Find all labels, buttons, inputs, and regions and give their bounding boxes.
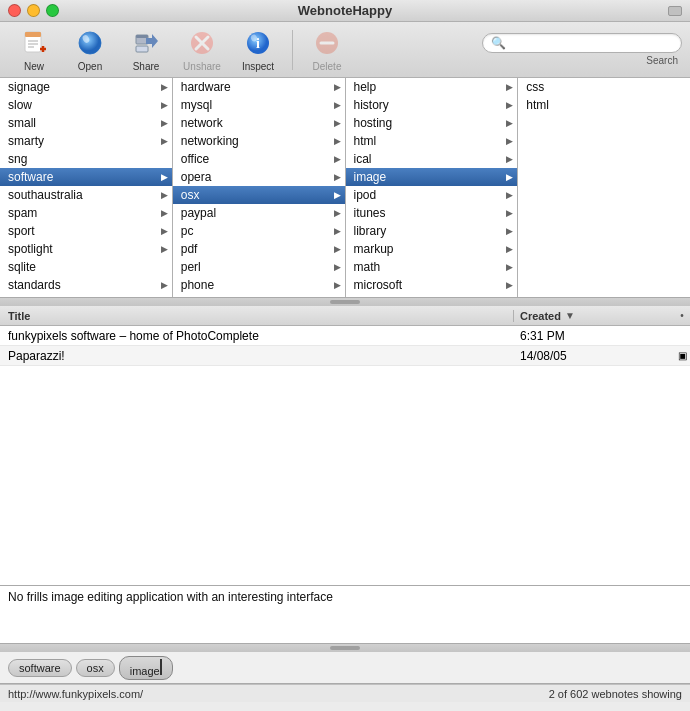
- arrow-icon: ▶: [506, 244, 513, 254]
- browser-item[interactable]: markup▶: [346, 240, 518, 258]
- search-area: 🔍 Search: [482, 33, 682, 66]
- browser-item-label: opera: [181, 170, 212, 184]
- browser-item[interactable]: photography▶: [173, 294, 345, 297]
- browser-item[interactable]: standards▶: [0, 276, 172, 294]
- maximize-button[interactable]: [46, 4, 59, 17]
- browser-item-label: pc: [181, 224, 194, 238]
- delete-label: Delete: [313, 61, 342, 72]
- browser-item[interactable]: small▶: [0, 114, 172, 132]
- browser-item-label: phone: [181, 278, 214, 292]
- delete-button[interactable]: Delete: [301, 26, 353, 74]
- tag-pill[interactable]: osx: [76, 659, 115, 677]
- inspect-button[interactable]: i Inspect: [232, 26, 284, 74]
- arrow-icon: ▶: [161, 82, 168, 92]
- arrow-icon: ▶: [334, 136, 341, 146]
- browser-item[interactable]: signage▶: [0, 78, 172, 96]
- search-input[interactable]: [510, 36, 673, 50]
- browser-item-label: help: [354, 80, 377, 94]
- arrow-icon: ▶: [334, 208, 341, 218]
- arrow-icon: ▶: [334, 262, 341, 272]
- browser-item[interactable]: sqlite: [0, 258, 172, 276]
- svg-rect-11: [136, 35, 148, 38]
- arrow-icon: ▶: [161, 190, 168, 200]
- arrow-icon: ▶: [161, 208, 168, 218]
- open-button[interactable]: Open: [64, 26, 116, 74]
- browser-item[interactable]: software▶: [0, 168, 172, 186]
- search-magnifier-icon: 🔍: [491, 36, 506, 50]
- browser-item[interactable]: help▶: [346, 78, 518, 96]
- share-button[interactable]: Share: [120, 26, 172, 74]
- tag-pill[interactable]: image: [119, 656, 173, 680]
- browser-item[interactable]: statistics▶: [0, 294, 172, 297]
- unshare-icon: [186, 27, 218, 59]
- browser-item-label: markup: [354, 242, 394, 256]
- status-url: http://www.funkypixels.com/: [8, 688, 143, 700]
- browser-item[interactable]: spotlight▶: [0, 240, 172, 258]
- browser-item[interactable]: css: [518, 78, 690, 96]
- browser-item[interactable]: opera▶: [173, 168, 345, 186]
- browser-item[interactable]: mysql▶: [173, 96, 345, 114]
- browser-item[interactable]: smarty▶: [0, 132, 172, 150]
- browser-item[interactable]: slow▶: [0, 96, 172, 114]
- close-button[interactable]: [8, 4, 21, 17]
- window-controls: [8, 4, 59, 17]
- browser-item[interactable]: itunes▶: [346, 204, 518, 222]
- browser-item[interactable]: network▶: [173, 114, 345, 132]
- browser-item[interactable]: ical▶: [346, 150, 518, 168]
- arrow-icon: ▶: [161, 172, 168, 182]
- unshare-button[interactable]: Unshare: [176, 26, 228, 74]
- browser-item[interactable]: html▶: [346, 132, 518, 150]
- delete-icon: [311, 27, 343, 59]
- browser-item[interactable]: networking▶: [173, 132, 345, 150]
- col-created-header[interactable]: Created ▼: [514, 310, 674, 322]
- arrow-icon: ▶: [334, 190, 341, 200]
- browser-item-label: osx: [181, 188, 200, 202]
- statusbar: http://www.funkypixels.com/ 2 of 602 web…: [0, 684, 690, 702]
- browser-item[interactable]: hardware▶: [173, 78, 345, 96]
- result-created: 6:31 PM: [514, 329, 674, 343]
- arrow-icon: ▶: [506, 190, 513, 200]
- browser-item[interactable]: html: [518, 96, 690, 114]
- browser-item[interactable]: library▶: [346, 222, 518, 240]
- results-header: Title Created ▼ •: [0, 306, 690, 326]
- browser-item[interactable]: pdf▶: [173, 240, 345, 258]
- browser-item[interactable]: spam▶: [0, 204, 172, 222]
- browser-item[interactable]: southaustralia▶: [0, 186, 172, 204]
- browser-item-label: mt: [354, 296, 367, 297]
- tags-bar: softwareosximage: [0, 652, 690, 684]
- arrow-icon: ▶: [506, 172, 513, 182]
- browser-item-label: math: [354, 260, 381, 274]
- browser-item[interactable]: sport▶: [0, 222, 172, 240]
- browser-item[interactable]: osx▶: [173, 186, 345, 204]
- splitter-2[interactable]: [0, 644, 690, 652]
- browser-item[interactable]: ipod▶: [346, 186, 518, 204]
- arrow-icon: ▶: [506, 208, 513, 218]
- browser-pane-1: signage▶slow▶small▶smarty▶sngsoftware▶so…: [0, 78, 173, 297]
- browser-item[interactable]: office▶: [173, 150, 345, 168]
- arrow-icon: ▶: [506, 82, 513, 92]
- browser-item[interactable]: hosting▶: [346, 114, 518, 132]
- browser-item[interactable]: paypal▶: [173, 204, 345, 222]
- result-row[interactable]: Paparazzi!14/08/05▣: [0, 346, 690, 366]
- result-row[interactable]: funkypixels software – home of PhotoComp…: [0, 326, 690, 346]
- browser-item[interactable]: sng: [0, 150, 172, 168]
- tag-pill[interactable]: software: [8, 659, 72, 677]
- browser-item[interactable]: history▶: [346, 96, 518, 114]
- browser-item-label: southaustralia: [8, 188, 83, 202]
- arrow-icon: ▶: [506, 262, 513, 272]
- splitter[interactable]: [0, 298, 690, 306]
- browser-pane-2: hardware▶mysql▶network▶networking▶office…: [173, 78, 346, 297]
- browser-item[interactable]: phone▶: [173, 276, 345, 294]
- browser-item[interactable]: microsoft▶: [346, 276, 518, 294]
- inspect-label: Inspect: [242, 61, 274, 72]
- browser-item[interactable]: mt▶: [346, 294, 518, 297]
- browser-item[interactable]: image▶: [346, 168, 518, 186]
- browser-item[interactable]: perl▶: [173, 258, 345, 276]
- browser-item-label: paypal: [181, 206, 216, 220]
- minimize-button[interactable]: [27, 4, 40, 17]
- browser-item[interactable]: pc▶: [173, 222, 345, 240]
- browser-item-label: sng: [8, 152, 27, 166]
- resize-control[interactable]: [668, 6, 682, 16]
- new-button[interactable]: New: [8, 26, 60, 74]
- browser-item[interactable]: math▶: [346, 258, 518, 276]
